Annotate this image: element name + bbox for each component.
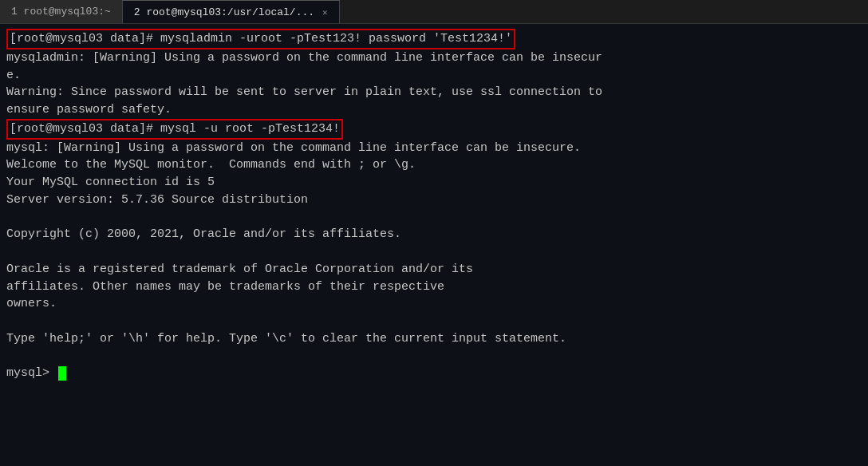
terminal-line: e. — [6, 67, 862, 85]
terminal-line: Oracle is a registered trademark of Orac… — [6, 261, 862, 278]
empty-line — [6, 348, 862, 365]
empty-line — [6, 313, 862, 330]
empty-line — [6, 209, 862, 227]
highlighted-command-line: [root@mysql03 data]# mysqladmin -uroot -… — [6, 29, 862, 49]
empty-line — [6, 243, 862, 261]
highlighted-command-line: [root@mysql03 data]# mysql -u root -pTes… — [6, 119, 862, 140]
tab-2[interactable]: 2 root@mysql03:/usr/local/... ✕ — [123, 0, 340, 23]
terminal-line: Type 'help;' or '\h' for help. Type '\c'… — [6, 330, 862, 348]
tab-2-close[interactable]: ✕ — [322, 7, 328, 18]
tab-1-label: 1 root@mysql03:~ — [11, 6, 111, 18]
command-highlight: [root@mysql03 data]# mysqladmin -uroot -… — [6, 29, 515, 49]
terminal-cursor — [58, 366, 66, 381]
tab-1[interactable]: 1 root@mysql03:~ — [0, 0, 123, 23]
terminal-window: 1 root@mysql03:~ 2 root@mysql03:/usr/loc… — [0, 0, 868, 466]
terminal-line: ensure password safety. — [6, 101, 862, 119]
terminal-line: mysql: [Warning] Using a password on the… — [6, 140, 862, 157]
terminal-line: Warning: Since password will be sent to … — [6, 84, 862, 101]
terminal-line: Copyright (c) 2000, 2021, Oracle and/or … — [6, 226, 862, 243]
command-highlight: [root@mysql03 data]# mysql -u root -pTes… — [6, 119, 343, 140]
terminal-line: Welcome to the MySQL monitor. Commands e… — [6, 156, 862, 174]
tab-bar: 1 root@mysql03:~ 2 root@mysql03:/usr/loc… — [0, 0, 868, 24]
terminal-line: affiliates. Other names may be trademark… — [6, 278, 862, 296]
terminal-body[interactable]: [root@mysql03 data]# mysqladmin -uroot -… — [0, 24, 868, 466]
tab-2-label: 2 root@mysql03:/usr/local/... — [134, 6, 314, 18]
terminal-line: owners. — [6, 295, 862, 313]
terminal-line: mysqladmin: [Warning] Using a password o… — [6, 49, 862, 67]
mysql-prompt: mysql> — [6, 365, 57, 382]
terminal-line: Your MySQL connection id is 5 — [6, 174, 862, 192]
terminal-line: Server version: 5.7.36 Source distributi… — [6, 192, 862, 209]
mysql-prompt-line: mysql> — [6, 365, 862, 382]
